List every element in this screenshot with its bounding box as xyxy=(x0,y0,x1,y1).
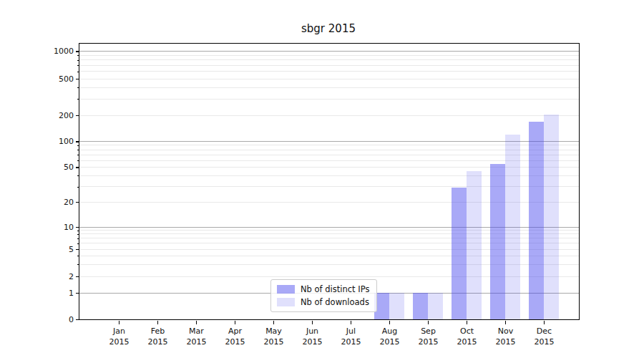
gridline-minor-80 xyxy=(79,150,579,150)
gridline-minor-500 xyxy=(79,79,579,79)
y-tick-50 xyxy=(76,167,79,168)
legend-swatch-distinct-ips xyxy=(277,285,295,294)
y-minortick-40 xyxy=(77,175,79,176)
y-tick-1000 xyxy=(76,51,79,52)
chart-title: sbgr 2015 xyxy=(79,22,578,35)
gridline-minor-900 xyxy=(79,55,579,56)
gridline-minor-700 xyxy=(79,65,579,66)
y-minortick-700 xyxy=(77,65,79,66)
x-tick-dec xyxy=(544,321,545,324)
gridline-minor-600 xyxy=(79,71,579,72)
bar-downloads-oct xyxy=(467,171,482,319)
y-tick-label-500: 500 xyxy=(31,74,74,84)
y-minortick-90 xyxy=(77,145,79,146)
y-tick-label-100: 100 xyxy=(31,137,74,147)
y-tick-label-0: 0 xyxy=(31,315,74,325)
x-tick-label-jun: Jun 2015 xyxy=(293,326,332,347)
y-minortick-30 xyxy=(77,187,79,188)
legend: Nb of distinct IPs Nb of downloads xyxy=(270,279,377,312)
y-minortick-800 xyxy=(77,60,79,61)
y-tick-0 xyxy=(76,319,79,321)
y-tick-5 xyxy=(76,249,79,251)
bar-downloads-sep xyxy=(428,293,443,319)
y-tick-20 xyxy=(76,202,79,203)
x-tick-may xyxy=(273,321,275,324)
bar-downloads-aug xyxy=(389,293,404,319)
x-tick-apr xyxy=(235,321,236,324)
y-minortick-60 xyxy=(77,160,79,161)
y-tick-label-1: 1 xyxy=(31,289,74,299)
gridline-major-1000 xyxy=(79,51,579,52)
x-tick-label-jul: Jul 2015 xyxy=(332,326,371,347)
x-tick-label-apr: Apr 2015 xyxy=(216,326,255,347)
gridline-minor-400 xyxy=(79,87,579,88)
y-minortick-600 xyxy=(77,72,79,72)
y-tick-label-2: 2 xyxy=(31,272,74,282)
y-tick-label-10: 10 xyxy=(31,223,74,233)
y-minortick-7 xyxy=(77,238,79,239)
legend-label-downloads: Nb of downloads xyxy=(301,297,369,307)
y-minortick-70 xyxy=(77,155,79,155)
y-minortick-80 xyxy=(77,150,79,150)
gridline-minor-90 xyxy=(79,145,579,145)
y-tick-10 xyxy=(76,227,79,228)
x-tick-label-jan: Jan 2015 xyxy=(100,326,139,347)
y-tick-1 xyxy=(76,293,79,294)
x-tick-label-mar: Mar 2015 xyxy=(177,326,216,347)
x-tick-sep xyxy=(428,321,429,324)
gridline-minor-300 xyxy=(79,99,579,100)
legend-item-downloads: Nb of downloads xyxy=(277,297,369,307)
bar-distinct-ips-sep xyxy=(413,293,428,319)
x-tick-jun xyxy=(312,321,313,324)
y-tick-label-200: 200 xyxy=(31,111,74,121)
x-tick-label-sep: Sep 2015 xyxy=(409,326,448,347)
gridline-minor-200 xyxy=(79,115,579,116)
bar-distinct-ips-dec xyxy=(529,122,544,319)
gridline-minor-800 xyxy=(79,59,579,60)
y-minortick-3 xyxy=(77,264,79,265)
bar-distinct-ips-nov xyxy=(490,164,505,319)
x-tick-oct xyxy=(467,321,468,324)
y-minortick-6 xyxy=(77,243,79,244)
x-tick-label-dec: Dec 2015 xyxy=(525,326,564,347)
plot-area xyxy=(79,43,580,320)
y-minortick-9 xyxy=(77,231,79,231)
y-minortick-8 xyxy=(77,234,79,235)
y-tick-2 xyxy=(76,276,79,278)
x-tick-jul xyxy=(351,321,352,324)
x-tick-jan xyxy=(119,321,120,324)
y-minortick-400 xyxy=(77,87,79,88)
legend-swatch-downloads xyxy=(277,298,295,306)
bar-downloads-dec xyxy=(544,115,559,319)
gridline-minor-70 xyxy=(79,155,579,155)
y-minortick-300 xyxy=(77,99,79,100)
bar-downloads-nov xyxy=(505,135,520,319)
y-tick-200 xyxy=(76,115,79,117)
y-tick-label-50: 50 xyxy=(31,163,74,173)
legend-label-distinct-ips: Nb of distinct IPs xyxy=(301,284,369,294)
x-tick-feb xyxy=(157,321,159,324)
x-tick-label-may: May 2015 xyxy=(255,326,293,347)
x-tick-aug xyxy=(389,321,391,324)
x-tick-label-oct: Oct 2015 xyxy=(448,326,487,347)
y-tick-label-1000: 1000 xyxy=(31,47,74,57)
gridline-minor-60 xyxy=(79,160,579,161)
y-tick-label-20: 20 xyxy=(31,198,74,208)
legend-item-distinct-ips: Nb of distinct IPs xyxy=(277,284,369,294)
x-tick-label-nov: Nov 2015 xyxy=(487,326,525,347)
x-tick-label-aug: Aug 2015 xyxy=(371,326,409,347)
figure: sbgr 2015 01251020501002005001000 Jan 20… xyxy=(0,0,644,358)
y-tick-100 xyxy=(76,141,79,142)
gridline-major-100 xyxy=(79,141,579,142)
y-tick-label-5: 5 xyxy=(31,245,74,255)
x-tick-mar xyxy=(196,321,197,324)
y-tick-500 xyxy=(76,79,79,80)
x-tick-nov xyxy=(505,321,507,324)
y-minortick-900 xyxy=(77,55,79,56)
y-minortick-4 xyxy=(77,256,79,256)
x-tick-label-feb: Feb 2015 xyxy=(139,326,177,347)
bar-distinct-ips-oct xyxy=(452,188,467,319)
